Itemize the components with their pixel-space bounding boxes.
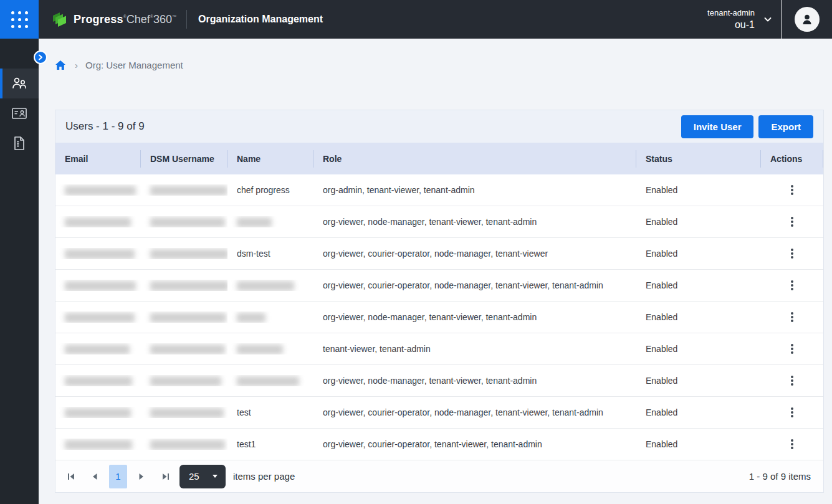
- kebab-menu-icon[interactable]: [787, 404, 797, 421]
- role-cell: org-viewer, courier-operator, node-manag…: [313, 249, 636, 259]
- last-page-button[interactable]: [156, 465, 175, 488]
- redacted-username: [150, 345, 225, 354]
- main-content: › Org: User Management Users - 1 - 9 of …: [39, 39, 832, 504]
- first-page-button[interactable]: [62, 465, 80, 488]
- email-cell: [55, 343, 141, 354]
- table-row[interactable]: org-viewer, node-manager, tenant-viewer,…: [55, 365, 823, 397]
- dsm-username-cell: [141, 248, 227, 259]
- page-number-button[interactable]: 1: [109, 465, 127, 488]
- actions-cell: [761, 340, 823, 358]
- role-cell: org-viewer, node-manager, tenant-viewer,…: [313, 312, 636, 322]
- status-cell: Enabled: [636, 185, 761, 195]
- reg-mark: ®: [123, 14, 127, 19]
- name-cell: test1: [227, 439, 313, 449]
- email-cell: [55, 375, 141, 386]
- redacted-email: [65, 440, 132, 450]
- prev-page-icon: [92, 473, 98, 480]
- breadcrumb-separator: ›: [75, 60, 78, 70]
- home-icon[interactable]: [55, 60, 66, 70]
- redacted-username: [150, 281, 227, 291]
- chevron-right-icon: [37, 54, 44, 60]
- org-unit-label: ou-1: [735, 18, 755, 31]
- email-cell: [55, 407, 141, 417]
- redacted-email: [65, 408, 131, 418]
- kebab-menu-icon[interactable]: [787, 435, 797, 453]
- export-button[interactable]: Export: [758, 115, 813, 138]
- table-row[interactable]: dsm-test org-viewer, courier-operator, n…: [55, 238, 823, 270]
- sidebar-item-audit-log[interactable]: [0, 128, 39, 158]
- user-avatar-button[interactable]: [782, 7, 832, 32]
- kebab-menu-icon[interactable]: [787, 308, 797, 326]
- dsm-username-cell: [141, 216, 227, 227]
- role-cell: org-viewer, courier-operator, node-manag…: [313, 280, 636, 290]
- sidebar-item-id-card[interactable]: [0, 98, 39, 128]
- table-row[interactable]: org-viewer, node-manager, tenant-viewer,…: [55, 206, 823, 238]
- prev-page-button[interactable]: [85, 465, 104, 488]
- next-page-button[interactable]: [132, 465, 151, 488]
- table-row[interactable]: org-viewer, courier-operator, node-manag…: [55, 270, 823, 302]
- table-row[interactable]: chef progress org-admin, tenant-viewer, …: [55, 174, 823, 206]
- column-header-name: Name: [227, 150, 313, 168]
- role-cell: tenant-viewer, tenant-admin: [313, 344, 636, 354]
- table-row[interactable]: test1 org-viewer, courier-operator, tena…: [55, 429, 823, 460]
- grid-icon: [11, 11, 28, 28]
- kebab-menu-icon[interactable]: [787, 277, 797, 294]
- kebab-menu-icon[interactable]: [787, 181, 797, 199]
- role-cell: org-viewer, courier-operator, tenant-vie…: [313, 439, 636, 449]
- name-cell: chef progress: [227, 185, 313, 195]
- role-cell: org-viewer, node-manager, tenant-viewer,…: [313, 376, 636, 386]
- redacted-email: [65, 217, 131, 227]
- kebab-menu-icon[interactable]: [787, 213, 797, 231]
- user-name: dsm-test: [237, 249, 270, 259]
- name-cell: test: [227, 407, 313, 417]
- redacted-username: [150, 313, 226, 323]
- breadcrumb-current: Org: User Management: [85, 60, 183, 70]
- sidebar-expand-button[interactable]: [34, 50, 47, 64]
- tenant-role-label: tenant-admin: [707, 7, 755, 18]
- user-name: test: [237, 407, 251, 417]
- role-cell: org-admin, tenant-viewer, tenant-admin: [313, 185, 636, 195]
- email-cell: [55, 311, 141, 322]
- table-row[interactable]: org-viewer, node-manager, tenant-viewer,…: [55, 302, 823, 333]
- tenant-org-menu[interactable]: tenant-admin ou-1: [707, 7, 772, 31]
- status-cell: Enabled: [636, 280, 761, 290]
- column-header-email: Email: [55, 150, 141, 168]
- id-card-icon: [11, 107, 27, 120]
- role-cell: org-viewer, courier-operator, node-manag…: [313, 407, 636, 417]
- status-cell: Enabled: [636, 439, 761, 449]
- kebab-menu-icon[interactable]: [787, 340, 797, 358]
- role-cell: org-viewer, node-manager, tenant-viewer,…: [313, 217, 636, 227]
- kebab-menu-icon[interactable]: [787, 372, 797, 389]
- page-size-dropdown[interactable]: 25: [179, 465, 226, 488]
- tm-mark: ™: [172, 14, 176, 19]
- column-header-status: Status: [636, 150, 761, 168]
- person-icon: [800, 12, 814, 26]
- items-range-label: 1 - 9 of 9 items: [749, 471, 817, 482]
- table-row[interactable]: test org-viewer, courier-operator, node-…: [55, 397, 823, 429]
- panel-header: Users - 1 - 9 of 9 Invite User Export: [55, 110, 823, 143]
- actions-cell: [761, 404, 823, 421]
- table-row[interactable]: tenant-viewer, tenant-admin Enabled: [55, 333, 823, 365]
- redacted-email: [65, 345, 130, 354]
- actions-cell: [761, 372, 823, 389]
- sidebar: [0, 39, 39, 504]
- redacted-username: [150, 376, 221, 386]
- email-cell: [55, 216, 141, 227]
- header-separator: [186, 10, 187, 29]
- email-cell: [55, 280, 141, 290]
- redacted-username: [150, 408, 224, 418]
- sidebar-item-users[interactable]: [0, 69, 39, 98]
- redacted-email: [65, 281, 136, 291]
- next-page-icon: [138, 473, 145, 480]
- first-page-icon: [67, 473, 75, 480]
- email-cell: [55, 439, 141, 449]
- reg-mark: ®: [150, 14, 153, 19]
- app-launcher-button[interactable]: [0, 0, 39, 39]
- audit-log-icon: [12, 136, 26, 151]
- invite-user-button[interactable]: Invite User: [681, 115, 754, 138]
- redacted-username: [150, 440, 225, 450]
- column-header-dsm-username: DSM Username: [141, 150, 227, 168]
- status-cell: Enabled: [636, 407, 761, 417]
- kebab-menu-icon[interactable]: [787, 245, 797, 262]
- pagination-bar: 1 25 items per page 1 - 9 of 9 items: [55, 460, 823, 492]
